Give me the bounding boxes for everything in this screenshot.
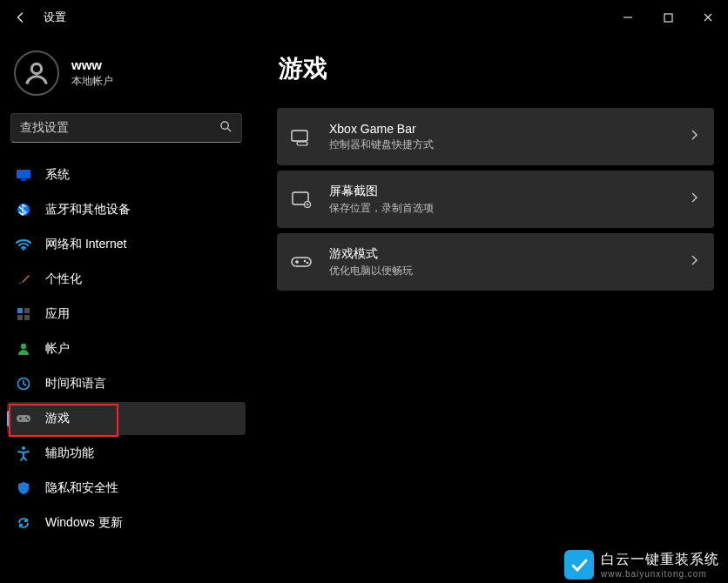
title-bar: 设置	[0, 0, 728, 35]
card-game-mode[interactable]: 游戏模式 优化电脑以便畅玩	[277, 233, 714, 291]
person-icon	[16, 341, 31, 357]
nav-label: 网络和 Internet	[45, 237, 126, 252]
window-controls	[608, 3, 728, 31]
sidebar: www 本地帐户 查找设置 系统 蓝牙和其他设备 网络和 Internet	[0, 35, 253, 539]
svg-rect-9	[17, 308, 23, 313]
nav-label: 辅助功能	[45, 446, 94, 461]
card-title: 游戏模式	[329, 246, 674, 262]
svg-rect-6	[21, 179, 26, 181]
svg-rect-15	[17, 415, 30, 422]
nav-label: 隐私和安全性	[45, 480, 118, 496]
svg-rect-10	[24, 308, 30, 313]
nav-label: 游戏	[45, 411, 70, 426]
watermark-url: www.baiyunxitong.com	[601, 569, 719, 579]
nav-personalization[interactable]: 个性化	[7, 263, 246, 296]
svg-rect-1	[664, 14, 672, 22]
app-title: 设置	[44, 10, 66, 25]
svg-rect-11	[17, 315, 23, 320]
search-input[interactable]: 查找设置	[10, 113, 242, 143]
nav-accessibility[interactable]: 辅助功能	[7, 437, 246, 470]
svg-point-13	[21, 344, 26, 349]
nav-label: 蓝牙和其他设备	[45, 202, 131, 218]
nav-system[interactable]: 系统	[7, 158, 246, 191]
apps-icon	[16, 306, 31, 322]
nav-label: 个性化	[45, 271, 82, 287]
search-placeholder: 查找设置	[20, 120, 69, 136]
svg-point-16	[25, 417, 27, 419]
monitor-icon	[16, 167, 31, 183]
minimize-button[interactable]	[608, 3, 648, 31]
close-button[interactable]	[688, 3, 728, 31]
svg-rect-5	[17, 170, 30, 178]
watermark: 白云一键重装系统 www.baiyunxitong.com	[564, 550, 719, 580]
avatar	[14, 50, 59, 96]
main-panel: 游戏 Xbox Game Bar 控制器和键盘快捷方式 屏幕截图 保存位置，录制…	[277, 38, 714, 296]
nav-gaming[interactable]: 游戏	[7, 402, 246, 435]
chevron-right-icon	[690, 254, 698, 270]
svg-line-4	[227, 128, 231, 131]
nav-bluetooth[interactable]: 蓝牙和其他设备	[7, 193, 246, 226]
nav-label: 系统	[45, 167, 70, 183]
gamepad-icon	[16, 411, 31, 426]
card-subtitle: 控制器和键盘快捷方式	[329, 137, 674, 152]
user-account-type: 本地帐户	[71, 74, 113, 89]
gamepad-icon	[289, 250, 313, 274]
capture-icon	[289, 187, 313, 211]
clock-globe-icon	[16, 376, 31, 392]
watermark-title: 白云一键重装系统	[601, 551, 719, 569]
card-title: 屏幕截图	[329, 184, 674, 199]
shield-icon	[16, 480, 31, 496]
back-button[interactable]	[7, 3, 35, 31]
svg-point-18	[22, 446, 25, 450]
svg-point-2	[31, 64, 41, 73]
chevron-right-icon	[690, 191, 698, 207]
svg-rect-20	[297, 142, 307, 145]
watermark-logo	[564, 550, 594, 580]
nav-privacy[interactable]: 隐私和安全性	[7, 472, 246, 505]
user-name: www	[71, 57, 113, 72]
svg-rect-19	[292, 131, 307, 141]
card-subtitle: 优化电脑以便畅玩	[329, 264, 674, 278]
svg-point-3	[221, 122, 228, 129]
brush-icon	[16, 271, 31, 287]
svg-point-17	[27, 419, 29, 420]
svg-point-25	[307, 262, 309, 265]
user-profile[interactable]: www 本地帐户	[7, 44, 246, 110]
accessibility-icon	[16, 446, 31, 461]
nav-list: 系统 蓝牙和其他设备 网络和 Internet 个性化 应用	[7, 158, 246, 539]
nav-windows-update[interactable]: Windows 更新	[7, 506, 246, 539]
update-icon	[16, 515, 31, 531]
search-icon	[219, 120, 233, 136]
nav-accounts[interactable]: 帐户	[7, 332, 246, 365]
card-subtitle: 保存位置，录制首选项	[329, 201, 674, 216]
nav-apps[interactable]: 应用	[7, 298, 246, 331]
bluetooth-icon	[16, 202, 31, 218]
chevron-right-icon	[690, 129, 698, 144]
nav-label: 应用	[45, 306, 70, 322]
card-title: Xbox Game Bar	[329, 122, 674, 136]
xbox-bar-icon	[289, 124, 313, 149]
nav-label: Windows 更新	[45, 515, 123, 531]
nav-network[interactable]: 网络和 Internet	[7, 228, 246, 261]
wifi-icon	[16, 237, 31, 252]
svg-rect-12	[24, 315, 30, 320]
maximize-button[interactable]	[648, 3, 688, 31]
nav-label: 帐户	[45, 341, 70, 357]
svg-point-8	[23, 248, 24, 250]
page-title: 游戏	[279, 52, 714, 85]
card-captures[interactable]: 屏幕截图 保存位置，录制首选项	[277, 171, 714, 228]
svg-point-24	[304, 260, 307, 263]
nav-time-language[interactable]: 时间和语言	[7, 367, 246, 400]
card-xbox-game-bar[interactable]: Xbox Game Bar 控制器和键盘快捷方式	[277, 108, 714, 165]
nav-label: 时间和语言	[45, 376, 106, 392]
